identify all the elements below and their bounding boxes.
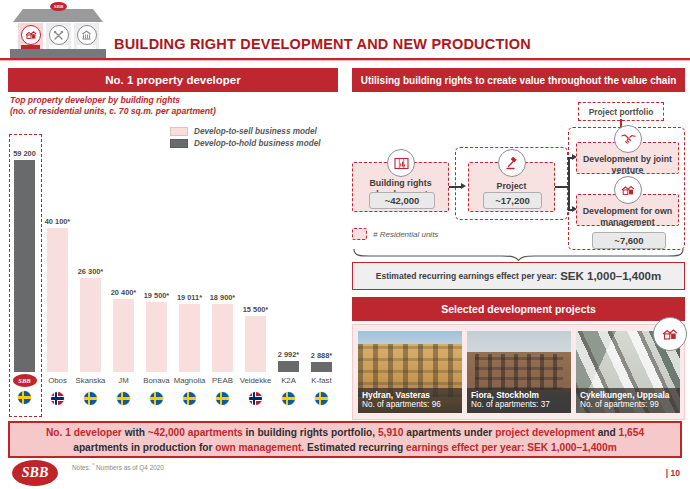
chart-column: 2 888*K-fast xyxy=(305,134,338,406)
footnote-prefix: Notes: xyxy=(72,464,90,471)
summary-highlight: ~42,000 apartments xyxy=(148,427,243,438)
footnote-star: * xyxy=(92,462,94,468)
right-section-header: Utilising building rights to create valu… xyxy=(352,68,685,92)
flag-se-icon xyxy=(84,392,97,405)
node-label: Development for own management xyxy=(580,206,676,227)
flow-arrow-head xyxy=(461,183,466,189)
project-caption: Hydran, VasterasNo. of apartments: 96 xyxy=(358,388,462,413)
bar-area: 2 888* xyxy=(311,134,332,372)
legend-swatch xyxy=(352,228,367,240)
flag-se-icon xyxy=(183,392,196,405)
bar-area: 15 500* xyxy=(243,134,268,372)
left-section-header: No. 1 property developer xyxy=(8,68,338,92)
node-label: Development by joint venture xyxy=(580,154,676,175)
residential-units-legend: # Residential units xyxy=(352,228,438,240)
project-apartments: No. of apartments: 99 xyxy=(580,400,676,410)
curly-brace xyxy=(352,248,685,261)
bar-chart: 59 200SBB40 100*Obos26 300*Skanska20 400… xyxy=(8,134,338,406)
category-label: PEAB xyxy=(212,372,233,388)
panel-building-rights xyxy=(18,23,43,51)
summary-highlight: earnings effect per year: SEK 1,000–1,40… xyxy=(406,442,617,453)
bar-value-label: 20 400* xyxy=(111,288,136,297)
buildings-icon xyxy=(614,176,642,204)
node-value-pill: ~17,200 xyxy=(483,192,542,209)
page-number: | 10 xyxy=(666,468,680,478)
project-apartments: No. of apartments: 37 xyxy=(471,400,567,410)
project-caption: Cykelkungen, UppsalaNo. of apartments: 9… xyxy=(576,388,680,413)
summary-highlight: No. 1 developer xyxy=(46,427,122,438)
footnote: Notes: * Numbers as of Q4 2020 xyxy=(72,462,164,471)
summary-text-segment: Estimated recurring xyxy=(304,442,406,453)
bar-skanska xyxy=(80,278,101,372)
chart-subtitle-line2: (no. of residential units, c. 70 sq.m. p… xyxy=(10,106,216,117)
chart-column: 19 011*Magnolia xyxy=(173,134,206,406)
slide: SBB BUILDING RI xyxy=(0,0,690,489)
projects-section-header: Selected development projects xyxy=(352,297,685,321)
project-name: Hydran, Vasteras xyxy=(362,390,458,400)
flag-se-icon xyxy=(216,392,229,405)
projects-row: Hydran, VasterasNo. of apartments: 96Fio… xyxy=(358,331,680,413)
summary-highlight: 5,910 xyxy=(378,427,404,438)
summary-text-segment: in building rights portfolio, xyxy=(243,427,378,438)
chart-subtitle-line1: Top property developer by building right… xyxy=(10,95,216,106)
project-apartments: No. of apartments: 96 xyxy=(362,400,458,410)
summary-text-segment: apartments in production for xyxy=(73,442,215,453)
bar-area: 40 100* xyxy=(45,134,70,372)
category-label: Obos xyxy=(48,372,67,388)
flag-se-icon xyxy=(282,392,295,405)
bar-value-label: 15 500* xyxy=(243,305,268,314)
sbb-building-illustration: SBB xyxy=(10,2,106,64)
flag-no-icon xyxy=(51,392,64,405)
building-panels xyxy=(18,23,99,51)
bar-k-fast xyxy=(311,362,332,372)
chart-column: 15 500*Veidekke xyxy=(239,134,272,406)
category-label: K2A xyxy=(281,372,296,388)
handshake-icon xyxy=(614,125,642,153)
category-label: Veidekke xyxy=(240,372,272,388)
chart-column: 19 500*Bonava xyxy=(140,134,173,406)
bank-building-icon xyxy=(77,25,97,45)
legend-text: # Residential units xyxy=(373,230,438,239)
branch-vertical-line xyxy=(568,157,570,211)
earnings-label: Estimated recurring earnings effect per … xyxy=(376,271,557,281)
title-underline xyxy=(0,58,690,61)
bar-magnolia xyxy=(179,304,200,372)
chart-subtitle: Top property developer by building right… xyxy=(10,95,216,117)
bar-jm xyxy=(113,299,134,372)
project-name: Cykelkungen, Uppsala xyxy=(580,390,676,400)
chart-column: 18 900*PEAB xyxy=(206,134,239,406)
project-card: Hydran, VasterasNo. of apartments: 96 xyxy=(358,331,462,413)
node-value-pill: ~42,000 xyxy=(369,192,435,209)
bar-area: 20 400* xyxy=(111,134,136,372)
buildings-icon xyxy=(653,317,687,351)
value-chain-diagram: Project portfolio Building rights develo… xyxy=(352,96,685,248)
category-label: Bonava xyxy=(143,372,169,388)
summary-text: No. 1 developer with ~42,000 apartments … xyxy=(10,425,680,455)
summary-text-segment: with xyxy=(122,427,148,438)
bar-value-label: 2 992* xyxy=(278,350,299,359)
bar-area: 18 900* xyxy=(210,134,235,372)
flag-se-icon xyxy=(315,392,328,405)
chart-column: 20 400*JM xyxy=(107,134,140,406)
summary-highlight: project development xyxy=(495,427,595,438)
houses-icon xyxy=(21,25,41,45)
bar-value-label: 19 011* xyxy=(177,293,202,302)
category-label: Magnolia xyxy=(174,372,206,388)
sbb-logo: SBB xyxy=(12,460,58,486)
flow-arrow-line xyxy=(449,186,461,188)
category-label: Skanska xyxy=(76,372,106,388)
category-label: K-fast xyxy=(311,372,331,388)
chart-column: 2 992*K2A xyxy=(272,134,305,406)
sbb-roof-badge: SBB xyxy=(50,2,67,11)
earnings-effect-box: Estimated recurring earnings effect per … xyxy=(352,262,685,290)
bar-peab xyxy=(212,304,233,372)
summary-highlight: own management. xyxy=(215,442,304,453)
summary-text-segment: apartments under xyxy=(403,427,495,438)
project-name: Fiora, Stockholm xyxy=(471,390,567,400)
flag-no-icon xyxy=(249,392,262,405)
panel-construction xyxy=(46,23,71,51)
bar-area: 19 011* xyxy=(177,134,202,372)
bar-area: 2 992* xyxy=(278,134,299,372)
page-title: BUILDING RIGHT DEVELOPMENT AND NEW PRODU… xyxy=(114,36,531,52)
bar-value-label: 2 888* xyxy=(311,351,332,360)
